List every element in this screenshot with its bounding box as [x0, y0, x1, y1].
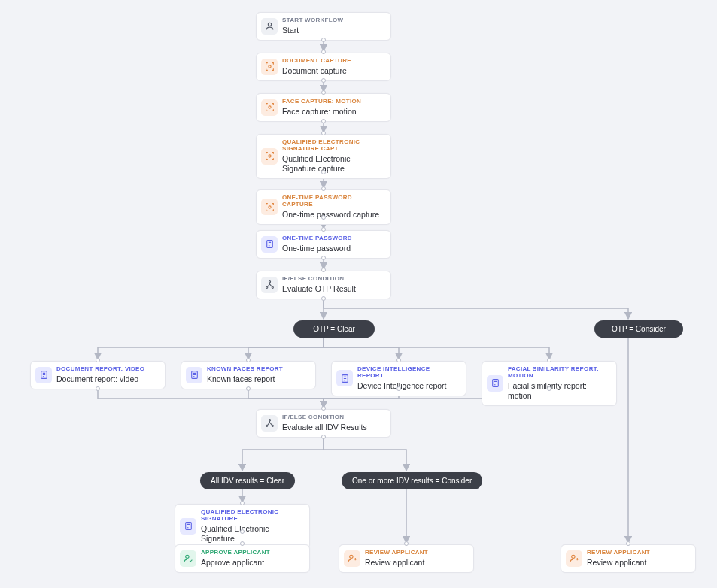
- category: IF/ELSE CONDITION: [282, 414, 383, 421]
- branch-icon: [261, 415, 278, 432]
- svg-point-15: [272, 426, 273, 427]
- node-review-2[interactable]: REVIEW APPLICANT Review applicant: [561, 544, 696, 573]
- category: FACE CAPTURE: MOTION: [282, 99, 383, 105]
- title: Device Intelligence report: [357, 381, 458, 391]
- document-icon: [487, 375, 503, 392]
- svg-point-3: [268, 155, 270, 157]
- category: QUALIFIED ELECTRONIC SIGNATURE CAPT...: [282, 139, 383, 153]
- approve-icon: [180, 550, 196, 567]
- capture-icon: [261, 59, 278, 75]
- node-review-1[interactable]: REVIEW APPLICANT Review applicant: [339, 544, 474, 573]
- svg-point-2: [268, 106, 270, 108]
- category: ONE-TIME PASSWORD CAPTURE: [282, 195, 383, 208]
- title: Review applicant: [365, 558, 466, 568]
- category: APPROVE APPLICANT: [201, 550, 302, 556]
- title: Review applicant: [587, 558, 688, 568]
- pill-idv-clear[interactable]: All IDV results = Clear: [200, 472, 295, 489]
- node-document-report[interactable]: DOCUMENT REPORT: VIDEO Document report: …: [30, 361, 166, 389]
- category: KNOWN FACES REPORT: [207, 366, 308, 373]
- title: Facial similarity report: motion: [508, 381, 609, 401]
- node-known-faces[interactable]: KNOWN FACES REPORT Known faces report: [181, 361, 316, 389]
- capture-icon: [261, 148, 278, 165]
- node-eval-idv[interactable]: IF/ELSE CONDITION Evaluate all IDV Resul…: [256, 409, 391, 438]
- pill-otp-clear[interactable]: OTP = Clear: [293, 320, 375, 338]
- capture-icon: [261, 199, 278, 215]
- svg-point-17: [185, 556, 188, 559]
- branch-icon: [261, 277, 278, 293]
- workflow-canvas[interactable]: START WORKFLOW Start DOCUMENT CAPTURE Do…: [0, 0, 717, 588]
- svg-point-1: [268, 65, 270, 68]
- svg-point-0: [268, 23, 271, 26]
- title: Qualified Electronic Signature: [201, 524, 302, 544]
- category: REVIEW APPLICANT: [587, 550, 688, 556]
- node-otp[interactable]: ONE-TIME PASSWORD One-time password: [256, 230, 391, 259]
- svg-point-18: [349, 556, 352, 559]
- user-icon: [261, 18, 278, 35]
- review-icon: [566, 550, 582, 567]
- node-approve[interactable]: APPROVE APPLICANT Approve applicant: [175, 544, 310, 573]
- category: ONE-TIME PASSWORD: [282, 235, 383, 242]
- svg-point-6: [269, 281, 270, 283]
- category: FACIAL SIMILARITY REPORT: MOTION: [508, 366, 609, 380]
- svg-point-8: [272, 287, 273, 289]
- title: Evaluate all IDV Results: [282, 423, 383, 432]
- pill-otp-consider[interactable]: OTP = Consider: [594, 320, 683, 338]
- category: START WORKFLOW: [282, 17, 383, 24]
- document-icon: [35, 367, 52, 383]
- node-eval-otp[interactable]: IF/ELSE CONDITION Evaluate OTP Result: [256, 271, 391, 299]
- svg-point-7: [266, 287, 267, 289]
- pill-idv-consider[interactable]: One or more IDV results = Consider: [342, 472, 482, 489]
- title: Known faces report: [207, 374, 308, 384]
- capture-icon: [261, 99, 278, 116]
- document-icon: [336, 370, 353, 386]
- svg-point-4: [268, 206, 270, 208]
- title: Document report: video: [56, 374, 157, 384]
- title: One-time password: [282, 244, 383, 253]
- node-document-capture[interactable]: DOCUMENT CAPTURE Document capture: [256, 53, 391, 81]
- node-face-capture[interactable]: FACE CAPTURE: MOTION Face capture: motio…: [256, 93, 391, 122]
- title: Qualified Electronic Signature capture: [282, 154, 383, 174]
- title: Evaluate OTP Result: [282, 284, 383, 294]
- title: Face capture: motion: [282, 107, 383, 117]
- svg-point-19: [571, 556, 574, 559]
- document-icon: [186, 367, 202, 383]
- svg-point-14: [266, 426, 267, 427]
- document-icon: [261, 236, 278, 253]
- svg-point-13: [269, 420, 270, 421]
- category: IF/ELSE CONDITION: [282, 276, 383, 283]
- category: DOCUMENT CAPTURE: [282, 58, 383, 65]
- title: One-time password capture: [282, 210, 383, 220]
- title: Document capture: [282, 66, 383, 76]
- title: Approve applicant: [201, 558, 302, 568]
- document-icon: [180, 518, 196, 535]
- category: QUALIFIED ELECTRONIC SIGNATURE: [201, 509, 302, 523]
- category: DOCUMENT REPORT: VIDEO: [56, 366, 157, 373]
- category: REVIEW APPLICANT: [365, 550, 466, 556]
- review-icon: [344, 550, 360, 567]
- node-facial-similarity[interactable]: FACIAL SIMILARITY REPORT: MOTION Facial …: [482, 361, 617, 406]
- title: Start: [282, 26, 383, 35]
- category: DEVICE INTELLIGENCE REPORT: [357, 366, 458, 380]
- node-start[interactable]: START WORKFLOW Start: [256, 12, 391, 41]
